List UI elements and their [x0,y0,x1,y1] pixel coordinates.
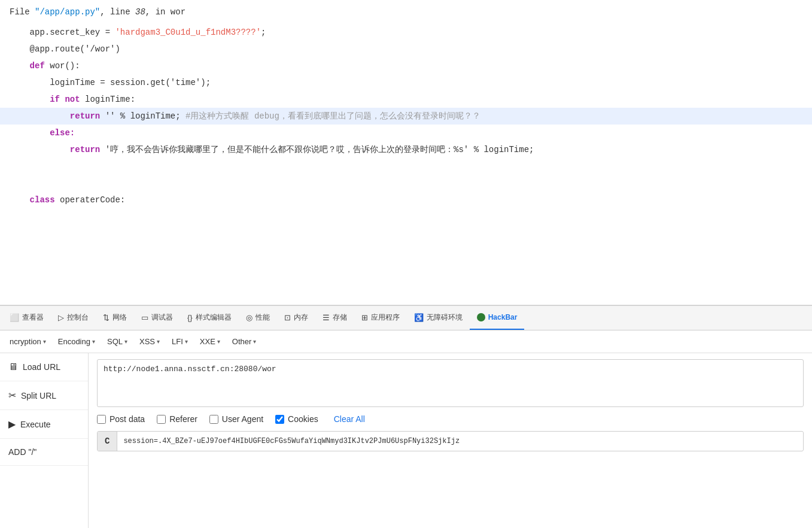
user-agent-checkbox[interactable] [209,415,218,424]
performance-icon: ◎ [246,313,253,322]
tab-apps[interactable]: ⊞ 应用程序 [354,306,407,330]
clear-all-button[interactable]: Clear All [334,414,365,424]
hackbar-menu-lfi[interactable]: LFI ▾ [167,335,193,348]
cookie-label: C [98,432,117,451]
tab-console-label: 控制台 [67,312,89,323]
hackbar-options-row: Post data Referer User Agent Cookies Cle… [97,414,804,424]
code-line-12 [0,208,812,225]
other-arrow-icon: ▾ [253,338,256,345]
file-path: "/app/app.py" [35,7,100,17]
sql-label: SQL [107,337,123,346]
lfi-label: LFI [172,337,183,346]
cookies-checkbox-label[interactable]: Cookies [275,414,318,424]
code-line-4: loginTime = session.get('time'); [0,74,812,91]
split-url-label: Split URL [21,391,56,400]
lfi-arrow-icon: ▾ [185,338,188,345]
code-line-5: if not loginTime: [0,91,812,108]
tab-inspector[interactable]: ⬜ 查看器 [2,306,51,330]
code-line-8: return '哼，我不会告诉你我藏哪里了，但是不能什么都不跟你说吧？哎，告诉你… [0,141,812,158]
hackbar-menu-encryption[interactable]: ncryption ▾ [5,335,51,348]
referer-checkbox-label[interactable]: Referer [157,414,197,424]
tab-network[interactable]: ⇅ 网络 [96,306,134,330]
execute-button[interactable]: ▶ Execute [0,410,88,439]
devtools-tab-bar: ⬜ 查看器 ▷ 控制台 ⇅ 网络 ▭ 调试器 {} 样式编辑器 ◎ 性能 ⊡ 内… [0,305,812,330]
encryption-arrow-icon: ▾ [43,338,46,345]
tab-accessibility-label: 无障碍环境 [427,312,463,323]
user-agent-label: User Agent [222,414,263,424]
apps-icon: ⊞ [361,313,368,322]
xss-arrow-icon: ▾ [157,338,160,345]
hackbar-menu-encoding[interactable]: Encoding ▾ [53,335,100,348]
xxe-label: XXE [200,337,215,346]
hackbar-menu-sql[interactable]: SQL ▾ [102,335,132,348]
tab-hackbar-label: HackBar [488,313,518,321]
line-number: 38 [135,7,145,17]
code-line-7: else: [0,125,812,141]
hackbar-dot-icon [477,313,485,321]
tab-storage-label: 存储 [333,312,347,323]
code-line-9 [0,158,812,175]
cookies-label: Cookies [288,414,318,424]
code-line-3: def wor(): [0,57,812,74]
hackbar-content: Post data Referer User Agent Cookies Cle… [89,353,812,528]
tab-hackbar[interactable]: HackBar [470,306,525,330]
sql-arrow-icon: ▾ [124,338,127,345]
hackbar-main: 🖥 Load URL ✂ Split URL ▶ Execute ADD "/"… [0,353,812,528]
execute-icon: ▶ [8,418,16,430]
load-url-label: Load URL [23,362,60,372]
url-input[interactable] [97,359,804,407]
code-line-10 [0,175,812,192]
hackbar-sidebar: 🖥 Load URL ✂ Split URL ▶ Execute ADD "/" [0,353,89,528]
encoding-arrow-icon: ▾ [92,338,95,345]
xxe-arrow-icon: ▾ [217,338,220,345]
debugger-icon: ▭ [141,313,148,322]
cookie-value: session=.4X_BZe7-uEJ97oef4HIbUGFE0cFGs5W… [117,432,803,450]
user-agent-checkbox-label[interactable]: User Agent [209,414,263,424]
style-icon: {} [187,313,193,322]
inspector-icon: ⬜ [10,313,19,322]
encryption-label: ncryption [10,337,41,346]
memory-icon: ⊡ [284,313,291,322]
other-label: Other [232,337,252,346]
tab-style-editor-label: 样式编辑器 [196,312,232,323]
code-line-11: class operaterCode: [0,192,812,208]
code-line-2: @app.route('/wor') [0,41,812,57]
tab-debugger-label: 调试器 [151,312,173,323]
tab-memory[interactable]: ⊡ 内存 [277,306,315,330]
referer-label: Referer [169,414,197,424]
cookie-row: C session=.4X_BZe7-uEJ97oef4HIbUGFE0cFGs… [97,431,804,451]
referer-checkbox[interactable] [157,415,166,424]
hackbar-menu-xss[interactable]: XSS ▾ [135,335,165,348]
tab-style-editor[interactable]: {} 样式编辑器 [180,306,239,330]
xss-label: XSS [139,337,155,346]
hackbar-menu-xxe[interactable]: XXE ▾ [195,335,225,348]
add-slash-button[interactable]: ADD "/" [0,439,88,466]
load-url-icon: 🖥 [8,362,18,372]
tab-performance-label: 性能 [256,312,270,323]
split-url-icon: ✂ [8,390,16,401]
hackbar-toolbar: ncryption ▾ Encoding ▾ SQL ▾ XSS ▾ LFI ▾… [0,330,812,353]
post-data-checkbox-label[interactable]: Post data [97,414,145,424]
tab-console[interactable]: ▷ 控制台 [51,306,96,330]
storage-icon: ☰ [323,313,330,322]
encoding-label: Encoding [58,337,90,346]
cookies-checkbox[interactable] [275,415,284,424]
tab-inspector-label: 查看器 [22,312,44,323]
tab-accessibility[interactable]: ♿ 无障碍环境 [407,306,470,330]
hackbar-menu-other[interactable]: Other ▾ [227,335,261,348]
tab-debugger[interactable]: ▭ 调试器 [134,306,180,330]
add-slash-label: ADD "/" [8,447,37,457]
tab-storage[interactable]: ☰ 存储 [315,306,354,330]
execute-label: Execute [20,420,51,429]
network-icon: ⇅ [103,313,110,322]
console-icon: ▷ [58,313,64,322]
split-url-button[interactable]: ✂ Split URL [0,381,88,410]
load-url-button[interactable]: 🖥 Load URL [0,353,88,381]
accessibility-icon: ♿ [414,313,424,322]
code-line-1: app.secret_key = 'hardgam3_C0u1d_u_f1ndM… [0,24,812,41]
tab-performance[interactable]: ◎ 性能 [239,306,277,330]
post-data-label: Post data [110,414,145,424]
code-line-6: return '' % loginTime; #用这种方式唤醒 debug，看看… [0,108,812,125]
post-data-checkbox[interactable] [97,415,106,424]
tab-network-label: 网络 [112,312,127,323]
